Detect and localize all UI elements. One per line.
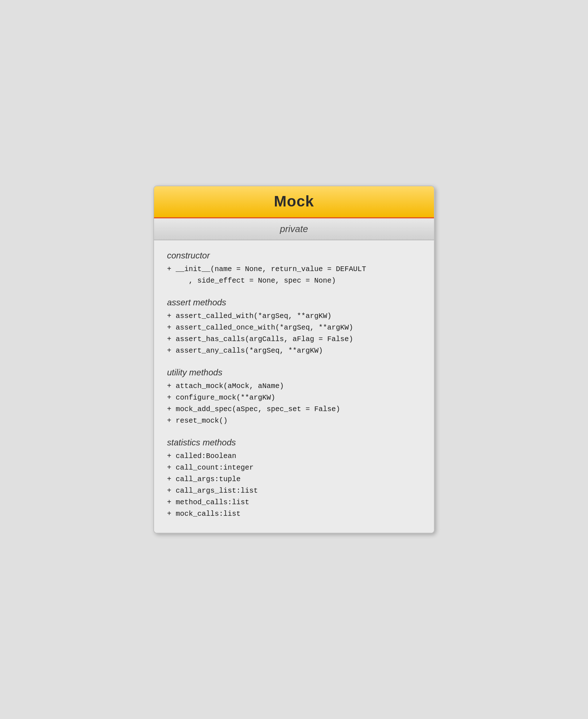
method-line: + __init__(name = None, return_value = D… [167,263,421,275]
section-label-statistics_methods: statistics methods [167,437,421,448]
method-line: + called:Boolean [167,450,421,462]
class-title: Mock [274,193,314,210]
method-line: + assert_has_calls(argCalls, aFlag = Fal… [167,334,421,345]
mock-class-card: Mock private constructor+ __init__(name … [153,186,435,533]
method-line: + method_calls:list [167,497,421,508]
method-line: + assert_called_once_with(*argSeq, **arg… [167,322,421,334]
method-line: + mock_add_spec(aSpec, spec_set = False) [167,404,421,415]
section-constructor: constructor+ __init__(name = None, retur… [167,250,421,287]
method-line: + call_args:tuple [167,474,421,485]
method-line: + configure_mock(**argKW) [167,392,421,404]
method-line: + mock_calls:list [167,508,421,520]
method-line: , side_effect = None, spec = None) [167,275,421,287]
section-statistics_methods: statistics methods+ called:Boolean+ call… [167,437,421,520]
visibility-header: private [154,218,434,240]
method-line: + assert_called_with(*argSeq, **argKW) [167,310,421,322]
section-utility_methods: utility methods+ attach_mock(aMock, aNam… [167,367,421,427]
method-line: + reset_mock() [167,415,421,427]
section-assert_methods: assert methods+ assert_called_with(*argS… [167,297,421,357]
card-header: Mock [154,186,434,218]
section-label-utility_methods: utility methods [167,367,421,378]
method-line: + assert_any_calls(*argSeq, **argKW) [167,345,421,357]
section-label-constructor: constructor [167,250,421,261]
card-body: constructor+ __init__(name = None, retur… [154,240,434,533]
section-label-assert_methods: assert methods [167,297,421,308]
method-line: + attach_mock(aMock, aName) [167,380,421,392]
method-line: + call_args_list:list [167,485,421,497]
method-line: + call_count:integer [167,462,421,474]
visibility-label: private [280,223,308,234]
